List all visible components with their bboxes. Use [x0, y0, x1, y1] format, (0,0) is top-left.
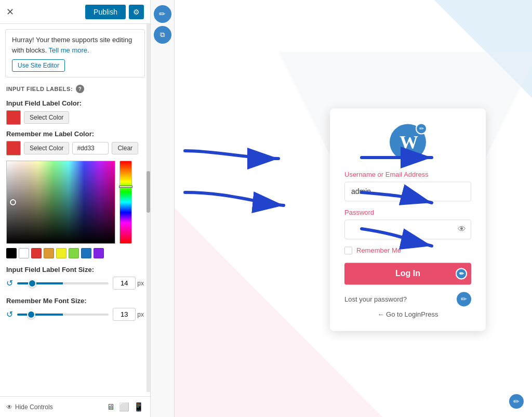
- color-picker: [6, 161, 144, 258]
- input-font-size-input[interactable]: [113, 277, 136, 290]
- settings-button[interactable]: ⚙: [129, 5, 144, 19]
- remember-color-row: Select Color Clear: [6, 141, 144, 155]
- goto-loginpress-link[interactable]: ← Go to LoginPress: [377, 310, 438, 318]
- wp-logo-wrap: W ✏: [344, 124, 471, 160]
- password-label: Password: [344, 208, 471, 216]
- tablet-button[interactable]: ⬜: [119, 402, 129, 412]
- color-swatches-row: [6, 248, 144, 258]
- swatch-white[interactable]: [19, 248, 29, 258]
- remember-font-size-label: Remember Me Font Size:: [6, 297, 144, 305]
- input-font-size-slider-row: ↺ px: [6, 277, 144, 290]
- left-panel: ✕ Publish ⚙ Hurray! Your theme supports …: [0, 0, 151, 417]
- panel-content: INPUT FIELD LABELS: ? Input Field Label …: [0, 80, 150, 396]
- select-color-2-button[interactable]: Select Color: [24, 142, 69, 154]
- remember-px-label: px: [137, 311, 144, 318]
- eye-toggle-icon[interactable]: 👁: [458, 225, 466, 234]
- hue-strip[interactable]: [119, 161, 132, 244]
- wp-logo-svg: W: [397, 131, 419, 153]
- bottom-edit-badge-wrap: ✏: [509, 394, 524, 409]
- side-toolbar: ✏ ⧉: [151, 0, 175, 417]
- remember-font-size-reset[interactable]: ↺: [6, 309, 13, 319]
- publish-button[interactable]: Publish: [85, 5, 126, 19]
- swatch-green[interactable]: [69, 248, 79, 258]
- hide-controls-label: Hide Controls: [15, 403, 53, 411]
- password-input[interactable]: [344, 219, 471, 239]
- username-label: Username or Email Address: [344, 171, 471, 178]
- select-color-1-button[interactable]: Select Color: [24, 111, 69, 124]
- main-area: W ✏ Username or Email Address Password 👁…: [175, 0, 532, 417]
- swatch-purple[interactable]: [94, 248, 104, 258]
- desktop-button[interactable]: 🖥: [107, 402, 115, 412]
- clear-button[interactable]: Clear: [112, 142, 138, 154]
- input-field-label-color-label: Input Field Label Color:: [6, 99, 144, 107]
- swatch-blue[interactable]: [81, 248, 91, 258]
- picker-row: [6, 161, 144, 244]
- input-font-size-input-wrap: px: [113, 277, 144, 290]
- remember-color-swatch[interactable]: [6, 141, 21, 155]
- username-input[interactable]: [344, 181, 471, 201]
- eye-icon: 👁: [6, 403, 12, 411]
- input-font-size-slider[interactable]: [17, 282, 109, 284]
- side-copy-button[interactable]: ⧉: [154, 26, 171, 44]
- remember-label-color-label: Remember me Label Color:: [6, 130, 144, 138]
- remember-row: Remember Me: [344, 246, 471, 254]
- input-field-color-row: Select Color: [6, 110, 144, 125]
- lost-password-row: Lost your password? ✏: [344, 292, 471, 306]
- hex-value-input[interactable]: [72, 142, 109, 154]
- login-card: W ✏ Username or Email Address Password 👁…: [330, 108, 486, 331]
- input-font-size-reset[interactable]: ↺: [6, 278, 13, 288]
- swatch-yellow[interactable]: [56, 248, 66, 258]
- close-button[interactable]: ✕: [6, 6, 14, 18]
- remember-checkbox[interactable]: [344, 246, 352, 254]
- swatch-red[interactable]: [31, 248, 42, 258]
- lost-password-edit-badge[interactable]: ✏: [457, 292, 471, 306]
- wp-logo-edit-badge[interactable]: ✏: [416, 123, 427, 134]
- login-button-edit-badge[interactable]: ✏: [456, 268, 467, 279]
- help-icon[interactable]: ?: [76, 85, 84, 93]
- tell-me-more-link[interactable]: Tell me more: [49, 46, 87, 54]
- notice-box: Hurray! Your theme supports site editing…: [5, 29, 145, 77]
- remember-label: Remember Me: [356, 246, 401, 254]
- hide-controls-button[interactable]: 👁 Hide Controls: [6, 403, 53, 411]
- top-bar: ✕ Publish ⚙: [0, 0, 150, 24]
- remember-font-size-slider[interactable]: [17, 314, 109, 316]
- panel-bottom-bar: 👁 Hide Controls 🖥 ⬜ 📱: [0, 396, 150, 417]
- input-font-size-label: Input Field Label Font Size:: [6, 266, 144, 273]
- login-button[interactable]: Log In ✏: [344, 263, 471, 284]
- remember-font-size-input[interactable]: [113, 308, 136, 321]
- swatch-black[interactable]: [6, 248, 17, 258]
- panel-scrollbar: [147, 24, 150, 392]
- goto-loginpress: ← Go to LoginPress: [344, 310, 471, 318]
- swatch-orange[interactable]: [44, 248, 54, 258]
- bottom-edit-badge[interactable]: ✏: [509, 394, 524, 409]
- top-bar-actions: Publish ⚙: [85, 5, 144, 19]
- remember-font-size-input-wrap: px: [113, 308, 144, 321]
- input-font-size-section: Input Field Label Font Size: ↺ px: [6, 266, 144, 290]
- svg-text:W: W: [400, 132, 418, 153]
- remember-font-size-slider-row: ↺ px: [6, 308, 144, 321]
- panel-scrollbar-thumb[interactable]: [147, 171, 150, 213]
- section-title: INPUT FIELD LABELS: ?: [6, 85, 144, 93]
- password-wrap: 👁: [344, 219, 471, 239]
- wp-logo-container: W ✏: [390, 124, 426, 160]
- lost-password-link[interactable]: Lost your password?: [344, 295, 407, 303]
- input-px-label: px: [137, 280, 144, 287]
- side-edit-button-1[interactable]: ✏: [154, 5, 171, 23]
- hue-cursor: [119, 186, 132, 188]
- mobile-button[interactable]: 📱: [134, 402, 144, 412]
- color-gradient-area[interactable]: [6, 161, 115, 244]
- site-editor-button[interactable]: Use Site Editor: [12, 59, 65, 72]
- login-button-label: Log In: [395, 269, 420, 278]
- device-icons: 🖥 ⬜ 📱: [107, 402, 144, 412]
- input-color-swatch[interactable]: [6, 110, 21, 125]
- remember-font-size-section: Remember Me Font Size: ↺ px: [6, 297, 144, 321]
